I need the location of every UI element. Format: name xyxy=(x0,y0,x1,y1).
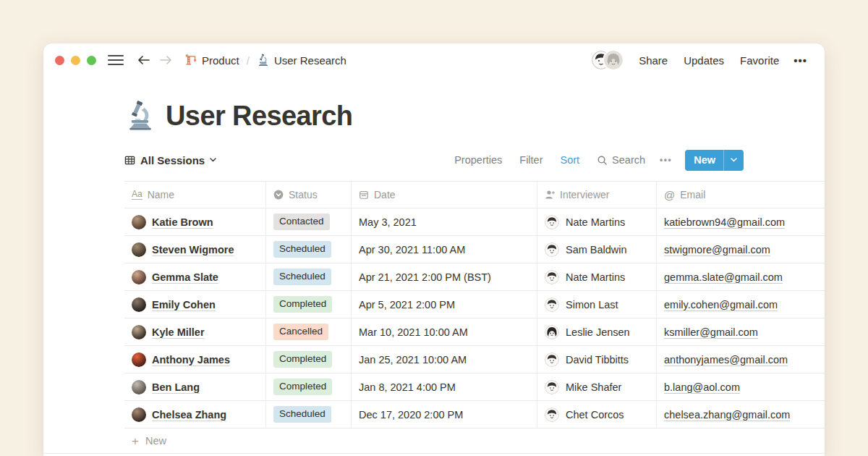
email-cell[interactable]: gemma.slate@gmail.com xyxy=(657,263,825,290)
updates-button[interactable]: Updates xyxy=(684,54,724,67)
collaborator-avatar[interactable] xyxy=(604,51,623,69)
zoom-window-button[interactable] xyxy=(87,56,96,65)
email-cell[interactable]: b.lang@aol.com xyxy=(657,373,825,400)
date-cell[interactable]: Jan 8, 2021 4:00 PM xyxy=(352,373,537,400)
table-view-icon xyxy=(124,155,135,166)
email-value: b.lang@aol.com xyxy=(664,381,740,393)
status-cell[interactable]: Scheduled xyxy=(266,236,352,263)
interviewer-cell[interactable]: Simon Last xyxy=(537,291,657,318)
email-value: stwigmore@gmail.com xyxy=(664,244,770,256)
interviewer-cell[interactable]: Nate Martins xyxy=(537,263,657,290)
person-name: Gemma Slate xyxy=(152,271,218,283)
window-topbar: Product / User Research xyxy=(43,43,825,77)
select-property-icon xyxy=(273,190,284,200)
interviewer-cell[interactable]: Sam Baldwin xyxy=(537,236,657,263)
email-cell[interactable]: emily.cohen@gmail.com xyxy=(657,291,825,318)
view-name: All Sessions xyxy=(140,154,205,166)
date-cell[interactable]: Jan 25, 2021 10:00 AM xyxy=(352,346,537,373)
date-cell[interactable]: Apr 30, 2021 11:00 AM xyxy=(352,236,537,263)
status-badge: Completed xyxy=(273,296,332,312)
date-cell[interactable]: May 3, 2021 xyxy=(352,208,537,235)
at-sign-icon: @ xyxy=(664,189,675,201)
status-badge: Completed xyxy=(273,379,332,394)
email-cell[interactable]: katiebrown94@gmail.com xyxy=(657,208,825,235)
name-cell[interactable]: Steven Wigmore xyxy=(124,236,266,263)
status-cell[interactable]: Scheduled xyxy=(266,263,352,290)
status-cell[interactable]: Contacted xyxy=(266,208,352,235)
table-row: Emily Cohen Completed Apr 5, 2021 2:00 P… xyxy=(124,291,825,318)
new-button-chevron[interactable] xyxy=(724,158,744,162)
person-name: Anthony James xyxy=(152,354,230,366)
breadcrumb-label: Product xyxy=(202,54,239,67)
properties-button[interactable]: Properties xyxy=(454,154,502,166)
date-cell[interactable]: Apr 21, 2021 2:00 PM (BST) xyxy=(352,263,537,290)
new-row-label: New xyxy=(145,435,166,447)
column-header-date[interactable]: Date xyxy=(352,182,537,208)
name-cell[interactable]: Emily Cohen xyxy=(124,291,266,318)
status-cell[interactable]: Scheduled xyxy=(266,401,352,428)
page-title[interactable]: User Research xyxy=(166,101,352,132)
interviewer-avatar xyxy=(545,297,559,312)
email-cell[interactable]: anthonyjames@gmail.com xyxy=(657,346,825,373)
email-value: gemma.slate@gmail.com xyxy=(664,271,783,283)
interviewer-cell[interactable]: Nate Martins xyxy=(537,208,657,235)
status-cell[interactable]: Completed xyxy=(266,373,352,400)
interviewer-cell[interactable]: Chet Corcos xyxy=(537,401,657,428)
status-cell[interactable]: Cancelled xyxy=(266,318,352,345)
email-value: emily.cohen@gmail.com xyxy=(664,299,778,311)
filter-button[interactable]: Filter xyxy=(519,154,542,166)
breadcrumb-item-user-research[interactable]: User Research xyxy=(257,54,346,67)
interviewer-cell[interactable]: David Tibbitts xyxy=(537,346,657,373)
avatar xyxy=(132,408,146,422)
minimize-window-button[interactable] xyxy=(71,56,80,65)
more-options-icon[interactable]: ••• xyxy=(793,54,807,67)
column-label: Interviewer xyxy=(560,189,609,200)
date-value: Jan 25, 2021 10:00 AM xyxy=(359,354,467,366)
date-cell[interactable]: Dec 17, 2020 2:00 PM xyxy=(352,401,537,428)
email-cell[interactable]: stwigmore@gmail.com xyxy=(657,236,825,263)
forward-arrow-icon[interactable] xyxy=(159,54,173,66)
person-name: Chelsea Zhang xyxy=(152,409,226,421)
name-cell[interactable]: Kyle Miller xyxy=(124,318,266,345)
column-header-email[interactable]: @ Email xyxy=(657,182,825,208)
column-header-interviewer[interactable]: Interviewer xyxy=(537,182,657,208)
sort-button[interactable]: Sort xyxy=(561,154,580,166)
name-cell[interactable]: Gemma Slate xyxy=(124,263,266,290)
date-value: Dec 17, 2020 2:00 PM xyxy=(359,409,463,421)
interviewer-name: Nate Martins xyxy=(566,216,625,228)
table-row: Anthony James Completed Jan 25, 2021 10:… xyxy=(124,346,825,373)
interviewer-cell[interactable]: Mike Shafer xyxy=(537,373,657,400)
email-cell[interactable]: chelsea.zhang@gmail.com xyxy=(657,401,825,428)
name-cell[interactable]: Ben Lang xyxy=(124,373,266,400)
email-cell[interactable]: ksmiller@gmail.com xyxy=(657,318,825,345)
name-cell[interactable]: Katie Brown xyxy=(124,208,266,235)
view-switcher[interactable]: All Sessions xyxy=(124,154,216,166)
status-cell[interactable]: Completed xyxy=(266,346,352,373)
back-arrow-icon[interactable] xyxy=(137,54,150,66)
breadcrumb: Product / User Research xyxy=(184,54,346,67)
breadcrumb-item-product[interactable]: Product xyxy=(184,54,239,67)
date-value: Jan 8, 2021 4:00 PM xyxy=(359,381,456,393)
new-button-label: New xyxy=(685,154,723,166)
share-button[interactable]: Share xyxy=(639,54,668,67)
column-header-name[interactable]: Aa Name xyxy=(124,182,266,208)
table-row: Kyle Miller Cancelled Mar 10, 2021 10:00… xyxy=(124,318,825,346)
avatar xyxy=(132,325,146,339)
new-row-button[interactable]: + New xyxy=(124,428,825,453)
date-value: May 3, 2021 xyxy=(359,216,417,228)
new-button[interactable]: New xyxy=(685,150,744,171)
microscope-icon[interactable] xyxy=(124,100,156,132)
status-cell[interactable]: Completed xyxy=(266,291,352,318)
column-header-status[interactable]: Status xyxy=(266,182,352,208)
name-cell[interactable]: Chelsea Zhang xyxy=(124,401,266,428)
date-cell[interactable]: Apr 5, 2021 2:00 PM xyxy=(352,291,537,318)
sidebar-menu-icon[interactable] xyxy=(108,55,124,65)
name-cell[interactable]: Anthony James xyxy=(124,346,266,373)
favorite-button[interactable]: Favorite xyxy=(740,54,779,67)
view-more-options-icon[interactable]: ••• xyxy=(660,155,672,165)
search-button[interactable]: Search xyxy=(597,154,645,166)
close-window-button[interactable] xyxy=(55,56,64,65)
date-value: Apr 5, 2021 2:00 PM xyxy=(359,299,455,311)
date-cell[interactable]: Mar 10, 2021 10:00 AM xyxy=(352,318,537,345)
interviewer-cell[interactable]: Leslie Jensen xyxy=(537,318,657,345)
